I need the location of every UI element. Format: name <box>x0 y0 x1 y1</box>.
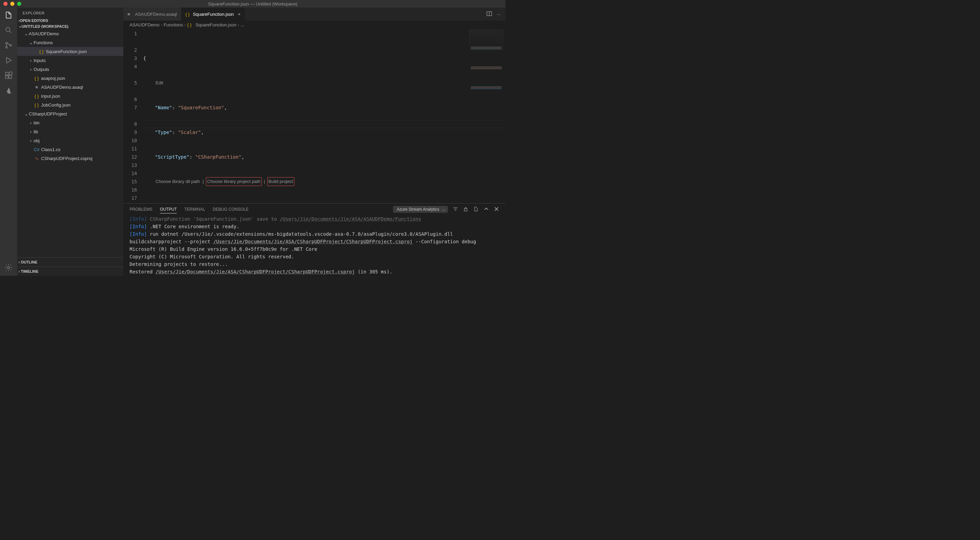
svg-point-0 <box>6 27 10 32</box>
svg-point-3 <box>10 44 12 46</box>
run-debug-icon[interactable] <box>5 56 13 64</box>
open-editors-section[interactable]: ›OPEN EDITORS <box>17 18 123 23</box>
source-control-icon[interactable] <box>5 41 13 49</box>
clear-lock-icon[interactable] <box>463 206 468 213</box>
svg-rect-4 <box>5 72 8 75</box>
timeline-section[interactable]: › TIMELINE <box>17 267 123 276</box>
panel-tab-terminal[interactable]: TERMINAL <box>185 206 205 213</box>
more-actions-icon[interactable]: ··· <box>497 12 501 17</box>
output-channel-dropdown[interactable]: Azure Stream Analytics <box>393 206 448 213</box>
tree-folder-lib[interactable]: ›lib <box>17 127 123 136</box>
window-title: SquareFunction.json — Untitled (Workspac… <box>208 2 298 6</box>
codelens-choose-dll[interactable]: Choose library dll path <box>155 178 200 186</box>
tree-folder-obj[interactable]: ›obj <box>17 136 123 145</box>
tree-file-jobconfig[interactable]: { }JobConfig.json <box>17 100 123 109</box>
tree-file-squarefunction[interactable]: { }SquareFunction.json <box>17 47 123 56</box>
svg-point-8 <box>8 267 10 268</box>
svg-point-2 <box>6 47 8 48</box>
minimize-window-button[interactable] <box>10 2 14 6</box>
explorer-icon[interactable] <box>5 11 13 19</box>
maximize-window-button[interactable] <box>17 2 21 6</box>
panel-tab-problems[interactable]: PROBLEMS <box>129 206 153 213</box>
tree-file-asaql[interactable]: ≡ASAUDFDemo.asaql <box>17 83 123 92</box>
svg-rect-7 <box>9 72 12 75</box>
tree-folder-bin[interactable]: ›bin <box>17 118 123 127</box>
close-tab-icon[interactable]: × <box>238 12 240 17</box>
tree-file-class1[interactable]: C#Class1.cs <box>17 145 123 154</box>
tab-squarefunction-json[interactable]: { }SquareFunction.json× <box>181 8 245 21</box>
azure-icon[interactable] <box>5 86 13 95</box>
panel-tab-output[interactable]: OUTPUT <box>160 206 177 213</box>
codelens-build-project[interactable]: Build project <box>267 177 295 186</box>
sidebar: EXPLORER ›OPEN EDITORS ⌄UNTITLED (WORKSP… <box>17 8 123 276</box>
line-gutter: 1 2 3 4 5 6 7 8 9 10 11 12 13 14 15 16 <box>123 29 143 203</box>
output-body[interactable]: [Info] CSharpFunction 'SquareFunction.js… <box>123 215 506 276</box>
tree-folder-asaudfdemo[interactable]: ⌄ASAUDFDemo <box>17 29 123 38</box>
codelens-edit[interactable]: Edit <box>155 79 164 87</box>
svg-rect-5 <box>5 76 8 78</box>
split-editor-icon[interactable] <box>487 11 492 17</box>
code-content[interactable]: { Edit "Name": "SquareFunction", "Type":… <box>143 29 506 203</box>
activity-bar <box>0 8 17 276</box>
tree-file-csproj[interactable]: ∿CSharpUDFProject.csproj <box>17 154 123 163</box>
bottom-panel: PROBLEMS OUTPUT TERMINAL DEBUG CONSOLE A… <box>123 203 506 276</box>
search-icon[interactable] <box>5 26 13 34</box>
tree-folder-csharpudfproject[interactable]: ⌄CSharpUDFProject <box>17 109 123 118</box>
close-panel-icon[interactable] <box>494 206 499 213</box>
filter-icon[interactable] <box>453 206 458 213</box>
settings-gear-icon[interactable] <box>5 264 13 272</box>
svg-rect-10 <box>464 209 467 211</box>
tree-folder-functions[interactable]: ⌄Functions <box>17 38 123 47</box>
sidebar-title: EXPLORER <box>17 8 123 18</box>
breadcrumb[interactable]: ASAUDFDemo› Functions› { } SquareFunctio… <box>123 21 506 29</box>
codelens-choose-project[interactable]: Choose library project path <box>206 177 262 186</box>
tree-file-asaproj[interactable]: { }asaproj.json <box>17 74 123 83</box>
editor-tabs: ≡ASAUDFDemo.asaql { }SquareFunction.json… <box>123 8 506 21</box>
editor-body[interactable]: 1 2 3 4 5 6 7 8 9 10 11 12 13 14 15 16 <box>123 29 506 203</box>
tree-file-inputjson[interactable]: { }input.json <box>17 92 123 100</box>
tab-asaudfdemo-asaql[interactable]: ≡ASAUDFDemo.asaql <box>123 8 181 21</box>
close-window-button[interactable] <box>3 2 8 6</box>
svg-rect-6 <box>9 76 12 78</box>
extensions-icon[interactable] <box>5 71 13 79</box>
tree-folder-inputs[interactable]: ›Inputs <box>17 56 123 65</box>
open-file-icon[interactable] <box>473 206 479 213</box>
panel-tab-debug-console[interactable]: DEBUG CONSOLE <box>213 206 249 213</box>
tree-folder-outputs[interactable]: ›Outputs <box>17 65 123 74</box>
outline-section[interactable]: › OUTLINE <box>17 258 123 267</box>
svg-point-1 <box>6 43 8 44</box>
workspace-section[interactable]: ⌄UNTITLED (WORKSPACE) <box>17 23 123 29</box>
title-bar: SquareFunction.json — Untitled (Workspac… <box>0 0 506 8</box>
minimap[interactable] <box>469 29 503 50</box>
chevron-up-icon[interactable] <box>484 206 489 213</box>
